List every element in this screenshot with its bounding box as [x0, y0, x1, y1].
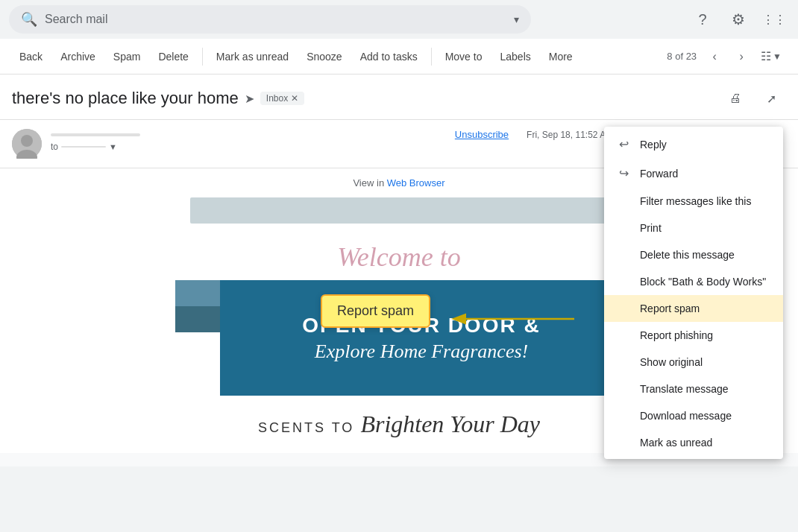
- menu-delete-label: Delete this message: [640, 249, 735, 261]
- view-dropdown-icon: ▼: [773, 51, 782, 62]
- print-email-button[interactable]: 🖨: [720, 83, 750, 113]
- web-browser-link[interactable]: Web Browser: [387, 177, 445, 189]
- menu-show-original-label: Show original: [640, 356, 703, 368]
- toolbar-separator-1: [202, 48, 203, 66]
- expand-email-button[interactable]: ➚: [756, 83, 786, 113]
- email-subject-bar: there's no place like your home ➤ Inbox …: [0, 75, 798, 120]
- menu-item-delete-message[interactable]: Delete this message: [604, 241, 783, 268]
- settings-button[interactable]: ⚙: [723, 4, 753, 34]
- search-bar[interactable]: 🔍 Search mail ▾: [9, 5, 531, 34]
- email-toolbar: Back Archive Spam Delete Mark as unread …: [0, 39, 798, 75]
- email-options-dropdown: ↩ Reply ↪ Forward Filter messages like t…: [604, 127, 783, 459]
- to-dropdown-icon[interactable]: ▼: [109, 142, 117, 151]
- banner-sub-text: Explore Home Fragrances!: [315, 341, 528, 363]
- menu-block-label: Block "Bath & Body Works": [640, 276, 766, 288]
- report-spam-arrow: [447, 304, 604, 341]
- delete-button[interactable]: Delete: [151, 46, 195, 67]
- help-button[interactable]: ?: [688, 4, 717, 34]
- app-header: 🔍 Search mail ▾ ? ⚙ ⋮⋮: [0, 0, 798, 39]
- search-dropdown-icon[interactable]: ▾: [514, 13, 519, 25]
- email-meta: Unsubscribe Fri, Sep 18, 11:52 AM (1 day…: [51, 129, 661, 152]
- mark-unread-button[interactable]: Mark as unread: [209, 46, 296, 67]
- sender-avatar: [12, 129, 42, 159]
- spam-button[interactable]: Spam: [106, 46, 148, 67]
- forward-menu-icon: ↪: [616, 166, 631, 180]
- inbox-badge: Inbox ✕: [260, 92, 304, 105]
- unsubscribe-link[interactable]: Unsubscribe: [455, 129, 509, 140]
- scents-top: SCENTS TO: [258, 420, 360, 435]
- menu-print-label: Print: [640, 222, 662, 234]
- apps-button[interactable]: ⋮⋮: [759, 4, 789, 34]
- menu-item-report-phishing[interactable]: Report phishing: [604, 322, 783, 349]
- view-grid-icon: ☷: [761, 49, 771, 63]
- subject-forward-icon: ➤: [245, 92, 254, 106]
- header-actions: ? ⚙ ⋮⋮: [688, 4, 789, 34]
- menu-item-print[interactable]: Print: [604, 215, 783, 241]
- menu-item-download[interactable]: Download message: [604, 402, 783, 429]
- menu-item-filter[interactable]: Filter messages like this: [604, 188, 783, 215]
- report-spam-tooltip: Report spam: [321, 294, 430, 328]
- menu-report-phishing-label: Report phishing: [640, 329, 713, 341]
- report-spam-tooltip-label: Report spam: [337, 303, 414, 318]
- labels-button[interactable]: Labels: [492, 46, 538, 67]
- view-browser-text: View in: [353, 177, 384, 189]
- view-mode-button[interactable]: ☷ ▼: [756, 46, 786, 66]
- menu-item-translate[interactable]: Translate message: [604, 376, 783, 402]
- to-label: to: [51, 142, 58, 152]
- menu-reply-label: Reply: [640, 139, 667, 151]
- nav-count: 8 of 23: [667, 51, 697, 62]
- move-to-button[interactable]: Move to: [438, 46, 490, 67]
- next-email-button[interactable]: ›: [729, 45, 753, 69]
- svg-point-1: [21, 135, 33, 147]
- menu-item-forward[interactable]: ↪ Forward: [604, 159, 783, 188]
- menu-item-block[interactable]: Block "Bath & Body Works": [604, 268, 783, 295]
- menu-item-mark-unread[interactable]: Mark as unread: [604, 429, 783, 456]
- search-input[interactable]: Search mail: [45, 13, 506, 26]
- inbox-badge-close[interactable]: ✕: [291, 93, 298, 104]
- search-icon: 🔍: [21, 11, 37, 28]
- more-button[interactable]: More: [541, 46, 580, 67]
- back-button[interactable]: Back: [12, 46, 50, 67]
- sender-name-blurred: [51, 133, 140, 136]
- menu-item-report-spam[interactable]: Report spam: [604, 295, 783, 322]
- email-subject: there's no place like your home: [12, 89, 239, 108]
- email-from-row: Unsubscribe Fri, Sep 18, 11:52 AM (1 day…: [51, 129, 661, 140]
- recipient-blurred: [61, 146, 106, 148]
- menu-filter-label: Filter messages like this: [640, 195, 751, 207]
- menu-download-label: Download message: [640, 410, 732, 422]
- menu-report-spam-label: Report spam: [640, 303, 700, 314]
- reply-menu-icon: ↩: [616, 137, 631, 151]
- subject-actions: 🖨 ➚: [720, 83, 786, 113]
- menu-item-reply[interactable]: ↩ Reply: [604, 130, 783, 159]
- menu-mark-unread-label: Mark as unread: [640, 437, 712, 449]
- snooze-button[interactable]: Snooze: [299, 46, 349, 67]
- scents-cursive: Brighten Your Day: [360, 411, 540, 437]
- inbox-label: Inbox: [266, 93, 288, 104]
- archive-button[interactable]: Archive: [53, 46, 103, 67]
- menu-item-show-original[interactable]: Show original: [604, 349, 783, 376]
- menu-forward-label: Forward: [640, 168, 678, 180]
- prev-email-button[interactable]: ‹: [703, 45, 726, 69]
- email-to-row: to ▼: [51, 142, 661, 152]
- menu-translate-label: Translate message: [640, 383, 729, 395]
- add-tasks-button[interactable]: Add to tasks: [353, 46, 425, 67]
- toolbar-separator-2: [431, 48, 432, 66]
